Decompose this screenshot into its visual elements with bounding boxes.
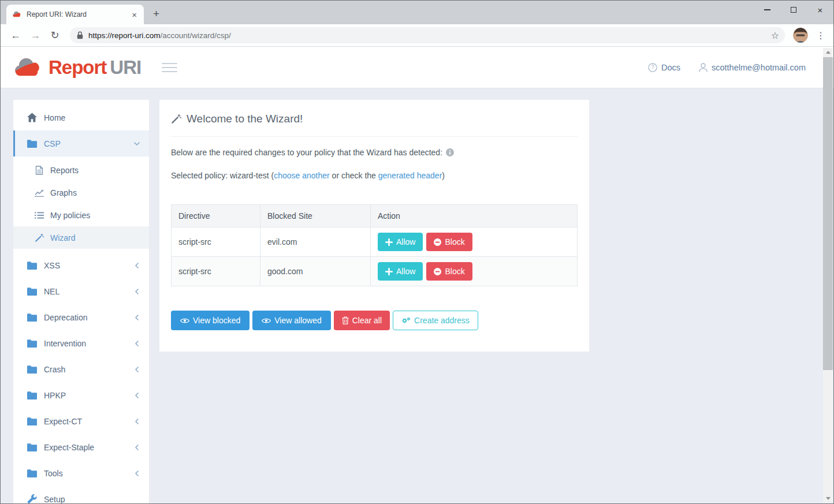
back-icon[interactable]: ← [8, 29, 24, 42]
browser-tab[interactable]: Report URI: Wizard × [6, 5, 144, 24]
sidebar-item-expect-staple[interactable]: Expect-Staple [13, 434, 149, 460]
chevron-left-icon [134, 471, 140, 476]
folder-icon [27, 364, 37, 374]
folder-icon [27, 139, 37, 148]
page-title: Welcome to the Wizard! [171, 111, 578, 137]
sidebar-item-deprecation[interactable]: Deprecation [13, 304, 149, 330]
scroll-up-icon[interactable] [823, 48, 833, 57]
folder-icon [27, 286, 37, 296]
scrollbar-thumb[interactable] [823, 57, 833, 370]
trash-icon [342, 316, 349, 324]
bookmark-star-icon[interactable]: ☆ [771, 30, 779, 41]
sidebar-item-nel[interactable]: NEL [13, 278, 149, 304]
page-scrollbar[interactable] [823, 48, 833, 503]
avatar-image [793, 28, 808, 43]
account-menu[interactable]: scotthelme@hotmail.com [699, 63, 806, 72]
wizard-table: Directive Blocked Site Action script-src… [171, 204, 578, 286]
action-cell: Allow Block [371, 257, 578, 286]
sidebar-toggle-icon[interactable] [162, 63, 177, 72]
cogs-icon [401, 316, 411, 324]
browser-menu-icon[interactable]: ⋮ [813, 30, 829, 41]
favicon-cloud-icon [12, 11, 22, 18]
intro-text: Below are the required changes to your p… [171, 148, 578, 157]
url-bar[interactable]: https://report-uri.com/account/wizard/cs… [70, 27, 785, 43]
wizard-panel: Welcome to the Wizard! Below are the req… [159, 100, 589, 352]
action-cell: Allow Block [371, 227, 578, 257]
csp-submenu: Reports Graphs My policies Wizard [13, 156, 149, 252]
folder-icon [27, 312, 37, 322]
folder-icon [27, 338, 37, 348]
list-icon [35, 211, 44, 220]
column-header-action: Action [371, 205, 578, 227]
sidebar-item-reports[interactable]: Reports [13, 159, 149, 181]
graph-icon [35, 188, 44, 197]
folder-icon [27, 260, 37, 270]
avatar[interactable] [793, 28, 808, 43]
create-address-button[interactable]: Create address [393, 311, 478, 330]
scroll-down-icon[interactable] [823, 494, 833, 503]
info-icon[interactable] [446, 148, 454, 156]
file-icon [35, 166, 44, 175]
blocked-site-cell: good.com [260, 257, 371, 286]
column-header-blocked-site: Blocked Site [260, 205, 371, 227]
view-allowed-button[interactable]: View allowed [252, 311, 330, 330]
close-window-button[interactable]: × [807, 1, 833, 19]
sidebar-item-expect-ct[interactable]: Expect-CT [13, 408, 149, 434]
folder-icon [27, 468, 37, 478]
chevron-left-icon [134, 341, 140, 346]
report-uri-logo[interactable]: ReportURI [12, 57, 141, 79]
logo-text: ReportURI [49, 57, 141, 79]
clear-all-button[interactable]: Clear all [334, 311, 390, 330]
blocked-site-cell: evil.com [260, 227, 371, 257]
choose-another-link[interactable]: choose another [274, 171, 330, 180]
sidebar-item-graphs[interactable]: Graphs [13, 181, 149, 204]
sidebar-item-crash[interactable]: Crash [13, 356, 149, 382]
new-tab-button[interactable]: + [150, 8, 163, 20]
browser-tab-bar: Report URI: Wizard × + × [1, 1, 833, 24]
view-blocked-button[interactable]: View blocked [171, 311, 250, 330]
wand-icon [171, 114, 181, 124]
browser-toolbar: ← → ↻ https://report-uri.com/account/wiz… [1, 24, 833, 47]
tab-title: Report URI: Wizard [27, 10, 129, 18]
bulk-actions: View blocked View allowed Clear all Crea… [171, 311, 578, 330]
question-circle-icon [648, 63, 657, 72]
chevron-left-icon [134, 419, 140, 424]
allow-button[interactable]: Allow [378, 233, 423, 251]
directive-cell: script-src [172, 257, 260, 286]
block-button[interactable]: Block [426, 233, 472, 251]
sidebar-item-intervention[interactable]: Intervention [13, 330, 149, 356]
selected-policy-text: Selected policy: wizard-test (choose ano… [171, 171, 578, 180]
eye-icon [262, 318, 271, 324]
table-row: script-src good.com Allow Block [172, 257, 578, 286]
block-button[interactable]: Block [426, 262, 472, 281]
minus-circle-icon [434, 238, 441, 246]
folder-icon [27, 390, 37, 400]
sidebar-item-xss[interactable]: XSS [13, 252, 149, 278]
tab-close-icon[interactable]: × [129, 10, 139, 20]
maximize-button[interactable] [780, 1, 807, 19]
sidebar-item-home[interactable]: Home [13, 104, 149, 130]
url-text: https://report-uri.com/account/wizard/cs… [88, 31, 771, 40]
page-body: Home CSP Reports Graphs My policies [1, 88, 833, 503]
wand-icon [35, 233, 44, 242]
directive-cell: script-src [172, 227, 260, 257]
generated-header-link[interactable]: generated header [378, 171, 442, 180]
site-header: ReportURI Docs scotthelme@hotmail.com [1, 47, 833, 88]
eye-icon [180, 318, 189, 324]
sidebar-item-setup[interactable]: Setup [13, 486, 149, 503]
minimize-button[interactable] [754, 1, 780, 19]
home-icon [27, 113, 37, 122]
window-controls: × [754, 1, 833, 24]
chevron-left-icon [134, 445, 140, 450]
logo-cloud-icon [12, 57, 44, 78]
sidebar-item-wizard[interactable]: Wizard [13, 226, 149, 249]
chevron-left-icon [134, 315, 140, 320]
sidebar-item-tools[interactable]: Tools [13, 460, 149, 486]
sidebar-item-csp[interactable]: CSP [13, 130, 149, 156]
allow-button[interactable]: Allow [378, 262, 423, 281]
folder-icon [27, 416, 37, 426]
docs-link[interactable]: Docs [648, 63, 680, 72]
reload-icon[interactable]: ↻ [47, 29, 63, 42]
sidebar-item-my-policies[interactable]: My policies [13, 204, 149, 226]
sidebar-item-hpkp[interactable]: HPKP [13, 382, 149, 408]
